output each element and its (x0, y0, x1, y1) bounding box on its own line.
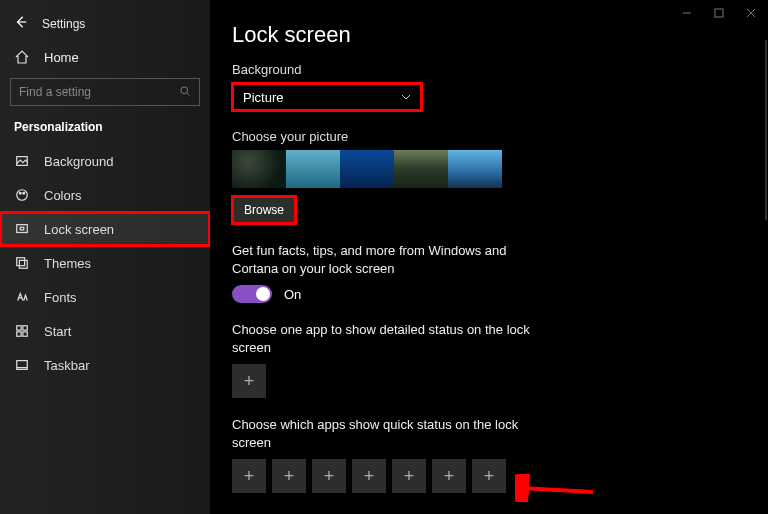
search-icon (179, 83, 191, 101)
picture-thumbnail[interactable] (448, 150, 502, 188)
sidebar-item-label: Lock screen (44, 222, 114, 237)
chevron-down-icon (401, 90, 411, 105)
category-label: Personalization (0, 114, 210, 144)
quick-status-app-slot[interactable]: + (432, 459, 466, 493)
sidebar-item-background[interactable]: Background (0, 144, 210, 178)
picture-icon (14, 153, 30, 169)
sidebar-item-label: Background (44, 154, 113, 169)
sidebar-item-label: Fonts (44, 290, 77, 305)
quick-status-app-slot[interactable]: + (352, 459, 386, 493)
search-input[interactable] (19, 85, 179, 99)
plus-icon: + (284, 466, 295, 487)
quick-status-app-slot[interactable]: + (232, 459, 266, 493)
sidebar-item-label: Themes (44, 256, 91, 271)
picture-thumbnail[interactable] (286, 150, 340, 188)
sidebar-item-themes[interactable]: Themes (0, 246, 210, 280)
quick-status-app-slot[interactable]: + (312, 459, 346, 493)
svg-point-4 (23, 192, 25, 194)
picture-thumbnail[interactable] (394, 150, 448, 188)
fun-facts-toggle-label: On (284, 287, 301, 302)
home-nav-item[interactable]: Home (0, 40, 210, 74)
sidebar-item-label: Colors (44, 188, 82, 203)
minimize-button[interactable] (676, 4, 698, 22)
sidebar-item-taskbar[interactable]: Taskbar (0, 348, 210, 382)
svg-point-3 (19, 192, 21, 194)
search-box[interactable] (10, 78, 200, 106)
sidebar-item-label: Taskbar (44, 358, 90, 373)
detailed-status-app-slot[interactable]: + (232, 364, 266, 398)
svg-rect-9 (17, 326, 21, 330)
browse-button-label: Browse (244, 203, 284, 217)
svg-rect-10 (23, 326, 27, 330)
quick-status-app-slot[interactable]: + (472, 459, 506, 493)
detailed-status-label: Choose one app to show detailed status o… (232, 321, 552, 356)
plus-icon: + (244, 371, 255, 392)
fun-facts-text: Get fun facts, tips, and more from Windo… (232, 242, 552, 277)
start-icon (14, 323, 30, 339)
choose-picture-label: Choose your picture (232, 129, 738, 144)
svg-rect-12 (23, 332, 27, 336)
lock-screen-icon (14, 221, 30, 237)
picture-thumbnails (232, 150, 738, 188)
sidebar-item-colors[interactable]: Colors (0, 178, 210, 212)
browse-button[interactable]: Browse (232, 196, 296, 224)
background-section-label: Background (232, 62, 738, 77)
sidebar-item-lock-screen[interactable]: Lock screen (0, 212, 210, 246)
svg-rect-8 (19, 260, 27, 268)
back-icon[interactable] (14, 15, 28, 33)
fun-facts-toggle[interactable] (232, 285, 272, 303)
sidebar-item-fonts[interactable]: Fonts (0, 280, 210, 314)
background-dropdown[interactable]: Picture (232, 83, 422, 111)
plus-icon: + (444, 466, 455, 487)
home-label: Home (44, 50, 79, 65)
app-title: Settings (42, 17, 85, 31)
background-dropdown-value: Picture (243, 90, 283, 105)
plus-icon: + (364, 466, 375, 487)
page-title: Lock screen (232, 22, 738, 48)
close-button[interactable] (740, 4, 762, 22)
sidebar: Settings Home Personalization Background… (0, 0, 210, 514)
svg-point-2 (17, 190, 28, 201)
sidebar-item-label: Start (44, 324, 71, 339)
svg-rect-5 (17, 225, 28, 233)
sidebar-item-start[interactable]: Start (0, 314, 210, 348)
scrollbar[interactable] (765, 40, 767, 220)
themes-icon (14, 255, 30, 271)
plus-icon: + (404, 466, 415, 487)
taskbar-icon (14, 357, 30, 373)
svg-rect-16 (715, 9, 723, 17)
home-icon (14, 49, 30, 65)
picture-thumbnail[interactable] (340, 150, 394, 188)
plus-icon: + (244, 466, 255, 487)
main-content: Lock screen Background Picture Choose yo… (210, 0, 768, 514)
maximize-button[interactable] (708, 4, 730, 22)
svg-point-0 (181, 87, 188, 94)
fonts-icon (14, 289, 30, 305)
picture-thumbnail[interactable] (232, 150, 286, 188)
plus-icon: + (484, 466, 495, 487)
plus-icon: + (324, 466, 335, 487)
svg-rect-7 (17, 258, 25, 266)
quick-status-label: Choose which apps show quick status on t… (232, 416, 552, 451)
quick-status-app-slot[interactable]: + (392, 459, 426, 493)
palette-icon (14, 187, 30, 203)
svg-rect-11 (17, 332, 21, 336)
svg-rect-6 (20, 227, 24, 230)
quick-status-app-slot[interactable]: + (272, 459, 306, 493)
